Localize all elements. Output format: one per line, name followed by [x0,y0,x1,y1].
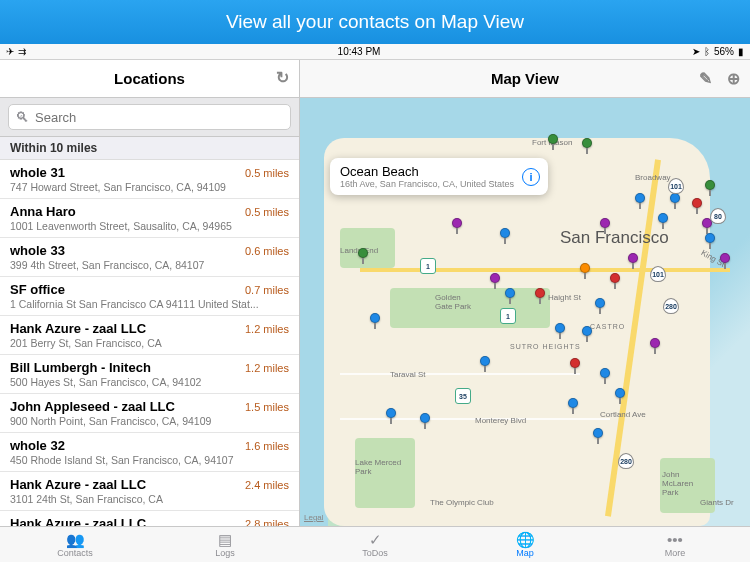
map-pin[interactable] [568,398,578,408]
label-giants: Giants Dr [700,498,734,507]
locations-list[interactable]: whole 310.5 miles747 Howard Street, San … [0,160,299,526]
map-pin[interactable] [628,253,638,263]
route-shield: 1 [420,258,436,274]
compose-button[interactable]: ✎ [699,69,712,88]
map-pin[interactable] [570,358,580,368]
map-title: Map View [491,70,559,87]
map-pin[interactable] [582,138,592,148]
location-row[interactable]: whole 321.6 miles450 Rhode Island St, Sa… [0,433,299,472]
map-pin[interactable] [705,180,715,190]
location-name: whole 33 [10,243,65,258]
location-address: 201 Berry St, San Francisco, CA [10,337,289,349]
map-pin[interactable] [358,248,368,258]
route-shield: 1 [500,308,516,324]
more-icon: ••• [667,532,683,547]
search-icon: 🔍︎ [15,109,29,125]
map-pin[interactable] [615,388,625,398]
map-pin[interactable] [670,193,680,203]
tab-todos[interactable]: ✓ToDos [300,527,450,562]
tab-label: Contacts [57,548,93,558]
callout-info-button[interactable]: i [522,168,540,186]
tab-logs[interactable]: ▤Logs [150,527,300,562]
location-row[interactable]: John Appleseed - zaal LLC1.5 miles900 No… [0,394,299,433]
map-pin[interactable] [635,193,645,203]
route-shield: 101 [668,178,684,194]
map-pin[interactable] [535,288,545,298]
contacts-icon: 👥 [66,532,85,547]
location-address: 399 4th Street, San Francisco, CA, 84107 [10,259,289,271]
tab-more[interactable]: •••More [600,527,750,562]
map-callout[interactable]: Ocean Beach 16th Ave, San Francisco, CA,… [330,158,548,195]
map-icon: 🌐 [516,532,535,547]
location-name: Hank Azure - zaal LLC [10,321,146,336]
location-row[interactable]: SF office0.7 miles1 California St San Fr… [0,277,299,316]
refresh-button[interactable]: ↻ [276,68,289,87]
map-legal-link[interactable]: Legal [304,513,324,522]
logs-icon: ▤ [218,532,232,547]
location-distance: 1.5 miles [245,401,289,413]
location-row[interactable]: Hank Azure - zaal LLC2.4 miles3101 24th … [0,472,299,511]
search-input[interactable] [8,104,291,130]
label-taraval: Taraval St [390,370,426,379]
map-pin[interactable] [580,263,590,273]
wifi-icon: ⇉ [18,46,26,57]
map-pin[interactable] [650,338,660,348]
battery-percent: 56% [714,46,734,57]
tab-label: ToDos [362,548,388,558]
location-row[interactable]: whole 310.5 miles747 Howard Street, San … [0,160,299,199]
map-pin[interactable] [593,428,603,438]
map-pin[interactable] [705,233,715,243]
tab-label: Logs [215,548,235,558]
status-time: 10:43 PM [338,46,381,57]
route-shield: 280 [618,453,634,469]
tab-contacts[interactable]: 👥Contacts [0,527,150,562]
map-pin[interactable] [658,213,668,223]
label-castro: CASTRO [590,323,625,330]
map-pin[interactable] [595,298,605,308]
route-shield: 80 [710,208,726,224]
label-monterey: Monterey Blvd [475,416,526,425]
location-row[interactable]: whole 330.6 miles399 4th Street, San Fra… [0,238,299,277]
tab-label: Map [516,548,534,558]
map-pin[interactable] [480,356,490,366]
label-cortland: Cortland Ave [600,410,646,419]
map-pin[interactable] [420,413,430,423]
location-name: Anna Haro [10,204,76,219]
city-label: San Francisco [560,228,669,248]
map-pin[interactable] [490,273,500,283]
tab-bar: 👥Contacts▤Logs✓ToDos🌐Map•••More [0,526,750,562]
status-bar: ✈︎ ⇉ 10:43 PM ➤ ᛒ 56% ▮ [0,44,750,60]
map-pin[interactable] [386,408,396,418]
map-pin[interactable] [610,273,620,283]
location-distance: 0.5 miles [245,206,289,218]
route-shield: 101 [650,266,666,282]
location-name: Bill Lumbergh - Initech [10,360,151,375]
location-icon: ➤ [692,46,700,57]
location-row[interactable]: Bill Lumbergh - Initech1.2 miles500 Haye… [0,355,299,394]
map-pin[interactable] [720,253,730,263]
map-canvas[interactable]: San Francisco Fort Mason Broadway Lands … [300,98,750,526]
sidebar-header: Locations ↻ [0,60,299,98]
location-row[interactable]: Anna Haro0.5 miles1001 Leavenworth Stree… [0,199,299,238]
battery-icon: ▮ [738,46,744,57]
map-pin[interactable] [548,134,558,144]
location-name: Hank Azure - zaal LLC [10,477,146,492]
locate-button[interactable]: ⊕ [727,69,740,88]
map-pin[interactable] [600,218,610,228]
location-address: 1 California St San Francisco CA 94111 U… [10,298,289,310]
location-row[interactable]: Hank Azure - zaal LLC1.2 miles201 Berry … [0,316,299,355]
map-header: Map View ✎ ⊕ [300,60,750,98]
map-pin[interactable] [555,323,565,333]
map-pin[interactable] [500,228,510,238]
map-pin[interactable] [692,198,702,208]
map-pin[interactable] [600,368,610,378]
map-pin[interactable] [452,218,462,228]
label-ggp: Golden Gate Park [435,293,471,311]
map-pin[interactable] [505,288,515,298]
tab-map[interactable]: 🌐Map [450,527,600,562]
banner-title: View all your contacts on Map View [226,11,524,33]
location-address: 3101 24th St, San Francisco, CA [10,493,289,505]
map-pin[interactable] [370,313,380,323]
map-pin[interactable] [582,326,592,336]
location-row[interactable]: Hank Azure - zaal LLC2.8 miles625 Dougla… [0,511,299,526]
